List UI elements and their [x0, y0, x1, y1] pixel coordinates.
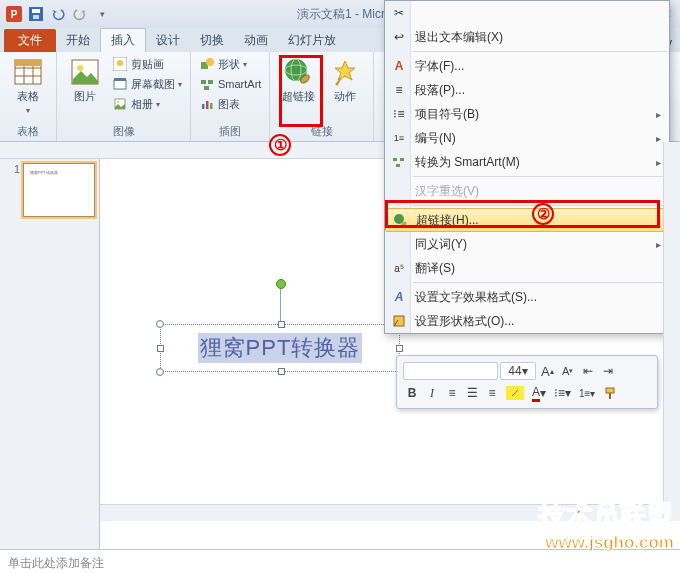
- slide-thumbnail[interactable]: 1 狸窝PPT转换器: [14, 163, 95, 217]
- bullets-button[interactable]: ⁝≡▾: [551, 384, 574, 402]
- svg-rect-25: [206, 101, 209, 109]
- cut-icon: ✂: [391, 5, 407, 21]
- tab-design[interactable]: 设计: [146, 29, 190, 52]
- svg-rect-36: [396, 164, 400, 167]
- svg-rect-26: [210, 103, 213, 109]
- ribbon-group-illustrations: 形状▾ SmartArt 图表 插图: [191, 52, 270, 141]
- clipart-button[interactable]: 剪贴画: [110, 55, 184, 73]
- file-tab[interactable]: 文件: [4, 29, 56, 52]
- mini-toolbar: 44 ▾ A▴ A▾ ⇤ ⇥ B I ≡ ☰ ≡ ⟋ A▾ ⁝≡▾ 1≡▾: [396, 355, 658, 409]
- menu-cut[interactable]: ✂: [385, 1, 669, 25]
- menu-paragraph[interactable]: ≡段落(P)...: [385, 78, 669, 102]
- svg-rect-35: [400, 158, 404, 161]
- table-icon: [13, 57, 43, 87]
- menu-font[interactable]: A字体(F)...: [385, 54, 669, 78]
- vertical-scrollbar[interactable]: [663, 142, 680, 521]
- annotation-number-1: ①: [269, 134, 291, 156]
- watermark: 技术员联盟 www.jsgho.com: [539, 498, 674, 553]
- action-button[interactable]: 动作: [323, 55, 367, 104]
- chevron-right-icon: ▸: [656, 109, 661, 120]
- textbox-selected[interactable]: 狸窝PPT转换器: [160, 324, 400, 372]
- rotation-handle[interactable]: [276, 279, 286, 289]
- svg-rect-15: [114, 80, 126, 89]
- svg-point-31: [336, 83, 339, 86]
- table-button[interactable]: 表格 ▾: [6, 55, 50, 115]
- font-color-button[interactable]: A▾: [529, 384, 549, 402]
- numbering-button[interactable]: 1≡▾: [576, 384, 598, 402]
- chart-button[interactable]: 图表: [197, 95, 263, 113]
- svg-rect-24: [202, 104, 205, 109]
- tab-transitions[interactable]: 切换: [190, 29, 234, 52]
- shapes-button[interactable]: 形状▾: [197, 55, 263, 73]
- context-menu: ✂ ↩退出文本编辑(X) A字体(F)... ≡段落(P)... ⁝≡项目符号(…: [384, 0, 670, 334]
- svg-rect-3: [32, 9, 40, 13]
- decrease-indent-button[interactable]: ⇤: [579, 362, 597, 380]
- annotation-box-2: [385, 200, 660, 228]
- menu-translate[interactable]: a⁵翻译(S): [385, 256, 669, 280]
- smartart-icon: [199, 76, 215, 92]
- chevron-right-icon: ▸: [656, 239, 661, 250]
- tab-slideshow[interactable]: 幻灯片放: [278, 29, 346, 52]
- translate-icon: a⁵: [391, 260, 407, 276]
- font-icon: A: [391, 58, 407, 74]
- resize-handle[interactable]: [156, 320, 164, 328]
- panel-tabs[interactable]: [0, 159, 10, 549]
- svg-rect-4: [33, 15, 39, 19]
- increase-indent-button[interactable]: ⇥: [599, 362, 617, 380]
- font-selector[interactable]: [403, 362, 498, 380]
- paragraph-icon: ≡: [391, 82, 407, 98]
- text-effects-icon: A: [391, 289, 407, 305]
- align-center-button[interactable]: ☰: [463, 384, 481, 402]
- app-icon[interactable]: P: [4, 4, 24, 24]
- ribbon-group-tables: 表格 ▾ 表格: [0, 52, 57, 141]
- menu-shape-format[interactable]: 设置形状格式(O)...: [385, 309, 669, 333]
- menu-convert-smartart[interactable]: 转换为 SmartArt(M)▸: [385, 150, 669, 174]
- svg-rect-10: [15, 60, 41, 66]
- svg-rect-23: [204, 86, 209, 90]
- thumbnail-preview: 狸窝PPT转换器: [23, 163, 95, 217]
- menu-numbering[interactable]: 1≡编号(N)▸: [385, 126, 669, 150]
- align-left-button[interactable]: ≡: [443, 384, 461, 402]
- tab-insert[interactable]: 插入: [100, 28, 146, 52]
- align-right-button[interactable]: ≡: [483, 384, 501, 402]
- picture-button[interactable]: 图片: [63, 55, 107, 104]
- bullets-icon: ⁝≡: [391, 106, 407, 122]
- clipart-icon: [112, 56, 128, 72]
- resize-handle[interactable]: [396, 345, 403, 352]
- qat-more-icon[interactable]: ▾: [92, 4, 112, 24]
- resize-handle[interactable]: [278, 321, 285, 328]
- slide-panel: 1 狸窝PPT转换器: [0, 159, 100, 549]
- chart-icon: [199, 96, 215, 112]
- menu-bullets[interactable]: ⁝≡项目符号(B)▸: [385, 102, 669, 126]
- bold-button[interactable]: B: [403, 384, 421, 402]
- grow-font-button[interactable]: A▴: [538, 362, 557, 380]
- tab-animations[interactable]: 动画: [234, 29, 278, 52]
- svg-rect-16: [114, 78, 126, 81]
- ribbon-group-images: 图片 剪贴画 屏幕截图▾ 相册▾ 图像: [57, 52, 191, 141]
- menu-text-effects-format[interactable]: A设置文字效果格式(S)...: [385, 285, 669, 309]
- screenshot-button[interactable]: 屏幕截图▾: [110, 75, 184, 93]
- highlight-button[interactable]: ⟋: [503, 384, 527, 402]
- svg-rect-41: [609, 393, 611, 399]
- resize-handle[interactable]: [157, 345, 164, 352]
- annotation-number-2: ②: [532, 203, 554, 225]
- undo-icon[interactable]: [48, 4, 68, 24]
- screenshot-icon: [112, 76, 128, 92]
- fontsize-selector[interactable]: 44 ▾: [500, 362, 536, 380]
- format-painter-button[interactable]: [600, 384, 620, 402]
- resize-handle[interactable]: [156, 368, 164, 376]
- menu-exit-text-edit[interactable]: ↩退出文本编辑(X): [385, 25, 669, 49]
- tab-home[interactable]: 开始: [56, 29, 100, 52]
- save-icon[interactable]: [26, 4, 46, 24]
- shape-format-icon: [391, 313, 407, 329]
- svg-point-14: [117, 60, 123, 66]
- italic-button[interactable]: I: [423, 384, 441, 402]
- svg-text:P: P: [11, 9, 18, 20]
- redo-icon[interactable]: [70, 4, 90, 24]
- menu-synonyms[interactable]: 同义词(Y)▸: [385, 232, 669, 256]
- resize-handle[interactable]: [278, 368, 285, 375]
- album-button[interactable]: 相册▾: [110, 95, 184, 113]
- shrink-font-button[interactable]: A▾: [559, 362, 577, 380]
- album-icon: [112, 96, 128, 112]
- smartart-button[interactable]: SmartArt: [197, 75, 263, 93]
